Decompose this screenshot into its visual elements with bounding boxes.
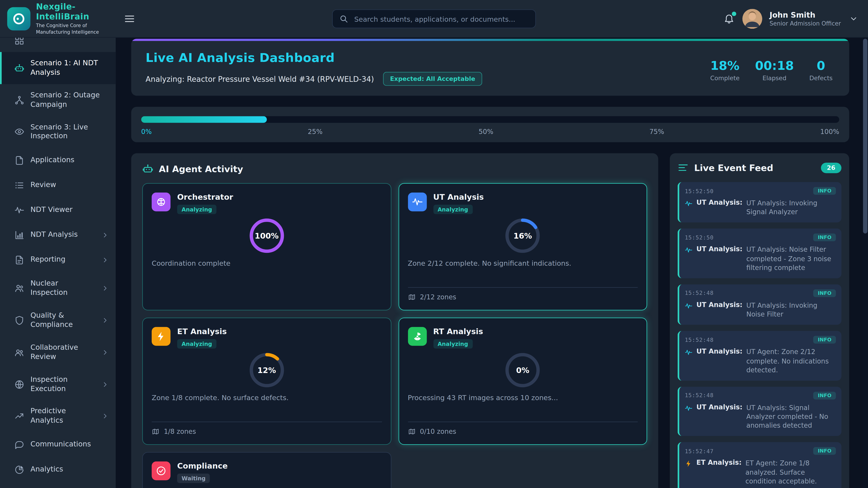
event-time: 15:52:50 (685, 234, 714, 240)
chevron-down-icon[interactable] (849, 14, 858, 23)
agent-zones-label: 1/8 zones (164, 428, 196, 435)
analysis-subject: Analyzing: Reactor Pressure Vessel Weld … (146, 74, 374, 83)
sidebar-item-quality-compliance[interactable]: Quality & Compliance (0, 304, 116, 336)
brand[interactable]: Nexgile-IntelliBrain The Cognitive Core … (0, 2, 116, 35)
sidebar-item-inspection-execution[interactable]: Inspection Execution (0, 368, 116, 400)
event-source: UT Analysis: (696, 301, 743, 310)
orchestrator-icon (152, 193, 170, 211)
feed-title: Live Event Feed (694, 162, 773, 173)
search-input[interactable] (353, 14, 528, 24)
stat-value: 00:18 (755, 59, 794, 72)
eye-icon (14, 127, 24, 137)
sidebar-item-reporting[interactable]: Reporting (0, 248, 116, 272)
event-message: ET Agent: Zone 1/8 analyzed. Surface con… (745, 459, 836, 486)
event-message: UT Agent: Zone 2/12 complete. No indicat… (746, 348, 836, 375)
sidebar-item-collaborative-review[interactable]: Collaborative Review (0, 336, 116, 368)
chat-icon (14, 440, 24, 450)
progress-card: 0%25%50%75%100% (131, 107, 849, 142)
progress-ticks: 0%25%50%75%100% (141, 128, 839, 135)
brand-tagline: The Cognitive Core of Manufacturing Inte… (36, 23, 105, 35)
dashboard-stats: 18% Complete 00:18 Elapsed 0 Defects (710, 51, 835, 82)
agent-zones-label: 2/12 zones (420, 293, 456, 301)
sidebar-item-communications[interactable]: Communications (0, 432, 116, 457)
menu-icon[interactable] (124, 13, 135, 24)
main-content: Live AI Analysis Dashboard Analyzing: Re… (116, 38, 868, 488)
users-icon (14, 347, 24, 357)
top-header: Nexgile-IntelliBrain The Cognitive Core … (0, 0, 868, 38)
agent-status-badge: Analyzing (177, 205, 217, 214)
event-list: 15:52:50 INFO UT Analysis: UT Analysis: … (678, 182, 842, 488)
sidebar-item-ndt-analysis[interactable]: NDT Analysis (0, 223, 116, 248)
agent-name: RT Analysis (433, 327, 483, 336)
waveform-icon (685, 200, 692, 207)
event-item[interactable]: 15:52:48 INFO UT Analysis: UT Agent: Zon… (678, 331, 842, 381)
agent-zones: 0/10 zones (408, 422, 638, 435)
progress-tick: 25% (308, 128, 322, 135)
agent-zones: 2/12 zones (408, 287, 638, 301)
notifications-button[interactable] (723, 12, 735, 25)
agent-card-et-analysis: ET Analysis Analyzing 12% Zone 1/8 compl… (142, 318, 391, 445)
progress-fill (141, 116, 267, 123)
map-icon (408, 428, 415, 435)
event-item[interactable]: 15:52:48 INFO UT Analysis: UT Analysis: … (678, 285, 842, 325)
event-message: UT Analysis: Invoking Noise Filter (746, 301, 836, 319)
event-message: UT Analysis: Noise Filter completed - Zo… (746, 246, 836, 272)
agent-name: UT Analysis (433, 193, 484, 201)
search-bar[interactable] (332, 9, 536, 28)
scrollbar-thumb[interactable] (863, 39, 868, 233)
search-icon (339, 14, 348, 23)
sidebar-item-scenario-1-ai-ndt-analysis[interactable]: Scenario 1: AI NDT Analysis (0, 52, 116, 84)
event-item[interactable]: 15:52:50 INFO UT Analysis: UT Analysis: … (678, 182, 842, 223)
shield-icon (14, 315, 24, 325)
stat-defects: 0 Defects (809, 59, 833, 82)
event-item[interactable]: 15:52:50 INFO UT Analysis: UT Analysis: … (678, 229, 842, 278)
sidebar-item-applications[interactable]: Applications (0, 148, 116, 173)
sidebar-item-review[interactable]: Review (0, 173, 116, 198)
user-menu: John Smith Senior Admission Officer (723, 8, 868, 29)
agent-percent: 12% (249, 352, 284, 388)
scrollbar[interactable] (863, 38, 868, 488)
document-icon (14, 156, 24, 165)
sidebar-item-analytics[interactable]: Analytics (0, 457, 116, 482)
chevron-right-icon (101, 285, 109, 292)
sidebar-item-scenario-3-live-inspection[interactable]: Scenario 3: Live Inspection (0, 116, 116, 148)
sidebar-item-partial[interactable] (0, 38, 116, 52)
event-item[interactable]: 15:52:48 INFO UT Analysis: UT Analysis: … (678, 387, 842, 436)
sidebar-item-nuclear-inspection[interactable]: Nuclear Inspection (0, 272, 116, 304)
grid-icon (14, 38, 24, 45)
chevron-right-icon (101, 256, 109, 264)
robot-icon (142, 163, 153, 174)
event-item[interactable]: 15:52:47 INFO ET Analysis: ET Agent: Zon… (678, 442, 842, 488)
stat-elapsed: 00:18 Elapsed (755, 59, 794, 82)
sidebar-item-predictive-analytics[interactable]: Predictive Analytics (0, 400, 116, 432)
agent-card-rt-analysis: RT Analysis Analyzing 0% Processing 43 R… (398, 318, 647, 445)
user-name: John Smith (770, 10, 841, 20)
agent-zones: 1/8 zones (152, 422, 382, 435)
chevron-right-icon (101, 348, 109, 356)
agent-percent: 100% (249, 218, 284, 254)
user-avatar[interactable] (743, 8, 763, 29)
page-title: Live AI Analysis Dashboard (146, 51, 483, 65)
event-message: UT Analysis: Invoking Signal Analyzer (746, 199, 836, 217)
event-level-badge: INFO (813, 447, 836, 455)
event-level-badge: INFO (813, 336, 836, 344)
event-source: UT Analysis: (696, 246, 743, 254)
event-time: 15:52:50 (685, 188, 714, 194)
globe-icon (14, 379, 24, 389)
agent-status-badge: Analyzing (177, 339, 217, 349)
agent-progress-ring: 16% (505, 218, 540, 254)
sidebar-item-settings[interactable]: Settings (0, 482, 116, 488)
sidebar-nav: Scenario 1: AI NDT Analysis Scenario 2: … (0, 52, 116, 488)
chevron-right-icon (101, 317, 109, 324)
stat-label: Elapsed (755, 75, 794, 82)
waveform-icon (685, 302, 692, 310)
event-source: UT Analysis: (696, 199, 743, 207)
event-source: ET Analysis: (696, 459, 742, 467)
report-icon (14, 255, 24, 265)
map-icon (408, 293, 415, 301)
sidebar-item-scenario-2-outage-campaign[interactable]: Scenario 2: Outage Campaign (0, 84, 116, 116)
event-time: 15:52:48 (685, 290, 714, 296)
sidebar-item-ndt-viewer[interactable]: NDT Viewer (0, 198, 116, 223)
agent-card-orchestrator: Orchestrator Analyzing 100% Coordination… (142, 183, 391, 311)
live-event-feed-panel: Live Event Feed 26 15:52:50 INFO UT Anal… (670, 153, 849, 488)
